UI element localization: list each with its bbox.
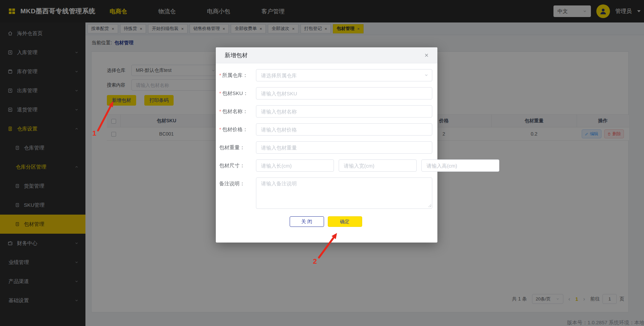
field-label: 所属仓库： xyxy=(222,72,248,78)
warehouse-dropdown[interactable] xyxy=(256,69,432,81)
name-input[interactable] xyxy=(256,105,432,118)
close-button[interactable]: 关 闭 xyxy=(290,216,324,227)
sku-input[interactable] xyxy=(256,87,432,99)
resize-grip-icon[interactable] xyxy=(428,204,431,207)
field-label: 包材SKU： xyxy=(222,90,248,96)
remark-textarea[interactable] xyxy=(256,177,432,209)
required-mark: * xyxy=(219,90,221,96)
width-input[interactable] xyxy=(339,159,417,172)
field-warehouse: *所属仓库： xyxy=(219,69,432,81)
field-label: 包材重量： xyxy=(219,144,245,150)
field-label: 备注说明： xyxy=(219,181,245,186)
field-remark: 备注说明： xyxy=(219,177,432,209)
price-input[interactable] xyxy=(256,123,432,136)
close-icon[interactable]: × xyxy=(424,52,429,59)
field-price: *包材价格： xyxy=(219,123,432,136)
field-weight: 包材重量： xyxy=(219,141,432,154)
required-mark: * xyxy=(219,72,221,78)
field-sku: *包材SKU： xyxy=(219,87,432,99)
field-label: 包材名称： xyxy=(222,108,248,114)
dialog-footer: 关 闭 确定 xyxy=(219,216,432,227)
dialog-body: *所属仓库： *包材SKU： *包材名称： *包材价格： 包材重量： 包材尺寸： xyxy=(216,63,437,227)
weight-input[interactable] xyxy=(256,141,432,154)
confirm-button[interactable]: 确定 xyxy=(328,216,362,227)
dialog-header: 新增包材 × xyxy=(216,47,437,63)
dialog-title: 新增包材 xyxy=(225,51,248,59)
required-mark: * xyxy=(219,126,221,132)
add-packing-material-dialog: 新增包材 × *所属仓库： *包材SKU： *包材名称： *包材价格： 包材重量… xyxy=(216,47,437,243)
required-mark: * xyxy=(219,108,221,114)
field-label: 包材价格： xyxy=(222,126,248,132)
field-name: *包材名称： xyxy=(219,105,432,118)
height-input[interactable] xyxy=(421,159,499,172)
field-dimensions: 包材尺寸： xyxy=(219,159,432,172)
field-label: 包材尺寸： xyxy=(219,162,245,168)
length-input[interactable] xyxy=(256,159,334,172)
chevron-down-icon xyxy=(424,73,429,77)
